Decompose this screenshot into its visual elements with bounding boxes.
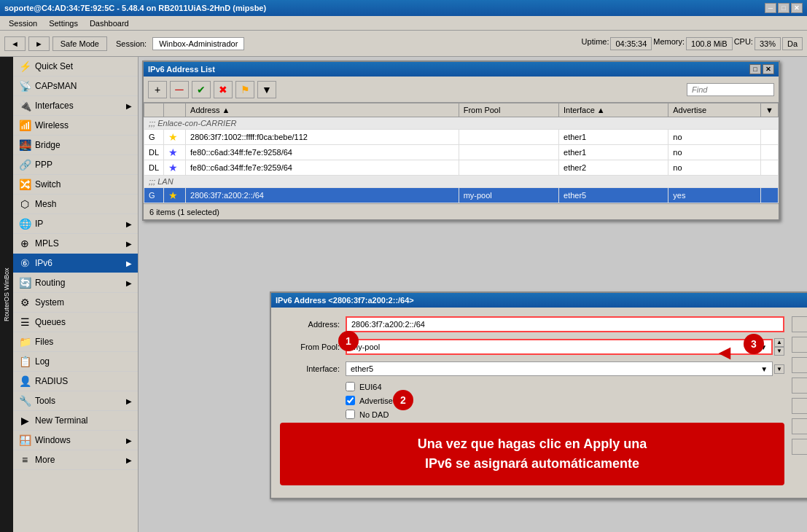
forward-button[interactable]: ► <box>28 36 50 51</box>
banner-line1: Una vez que hagas clic en Apply una <box>295 434 770 454</box>
disable-button[interactable]: Disable <box>792 378 807 394</box>
eui64-checkbox[interactable] <box>346 382 355 391</box>
sidebar: RouterOS WinBox ⚡ Quick Set 📡 CAPsMAN 🔌 … <box>0 57 139 532</box>
title-controls: ─ □ ✕ <box>765 3 803 13</box>
col-advertise[interactable]: Advertise <box>668 103 761 117</box>
advertise-checkbox[interactable] <box>346 396 355 405</box>
advertise-label: Advertise <box>359 396 393 405</box>
group-label-lan: ;;; LAN <box>144 176 779 188</box>
comment-button[interactable]: Comment <box>792 398 807 414</box>
sidebar-item-system[interactable]: ⚙ System <box>13 293 138 313</box>
sidebar-item-routing[interactable]: 🔄 Routing ▶ <box>13 273 138 293</box>
menu-session[interactable]: Session <box>3 17 43 29</box>
ipv6-list-maximize[interactable]: □ <box>749 64 761 74</box>
filter-button[interactable]: ▼ <box>257 81 276 98</box>
ok-button[interactable]: OK <box>792 316 807 332</box>
sidebar-item-windows[interactable]: 🪟 Windows ▶ <box>13 431 138 450</box>
sidebar-item-tools[interactable]: 🔧 Tools ▶ <box>13 391 138 411</box>
cancel-button[interactable]: Cancel <box>792 337 807 353</box>
from-pool-stepper: ▲ ▼ <box>774 338 784 356</box>
sidebar-item-mesh[interactable]: ⬡ Mesh <box>13 195 138 214</box>
remove-button[interactable]: ─ <box>170 81 189 98</box>
sidebar-item-capsman[interactable]: 📡 CAPsMAN <box>13 77 138 96</box>
table-row[interactable]: G ★ 2806:3f7:1002::ffff:f0ca:bebe/112 et… <box>144 130 779 145</box>
menu-settings[interactable]: Settings <box>43 17 84 29</box>
quick-set-icon: ⚡ <box>19 60 31 72</box>
from-pool-down[interactable]: ▼ <box>774 347 784 356</box>
sidebar-item-label: New Terminal <box>35 415 87 426</box>
ipv6-dialog: IPv6 Address <2806:3f7:a200:2::/64> □ ✕ … <box>270 292 807 499</box>
maximize-button[interactable]: □ <box>778 3 790 13</box>
group-header-lan: ;;; LAN <box>144 176 779 188</box>
sidebar-item-more[interactable]: ≡ More ▶ <box>13 450 138 470</box>
sidebar-item-switch[interactable]: 🔀 Switch <box>13 175 138 195</box>
interface-dropdown[interactable]: ▼ <box>760 365 768 373</box>
sidebar-item-log[interactable]: 📋 Log <box>13 352 138 372</box>
address-table: Address ▲ From Pool Interface ▲ Advertis… <box>144 103 779 203</box>
sidebar-item-wireless[interactable]: 📶 Wireless <box>13 116 138 136</box>
cpu-label: CPU: <box>734 37 753 50</box>
row-advertise: no <box>668 130 761 145</box>
advertise-row: Advertise 2 <box>346 396 784 405</box>
table-row[interactable]: DL ★ fe80::c6ad:34ff:fe7e:9258/64 ether1… <box>144 145 779 160</box>
add-button[interactable]: + <box>148 81 167 98</box>
da-value: Da <box>782 37 803 50</box>
sidebar-item-label: Mesh <box>35 199 56 209</box>
ipv6-dialog-title-text: IPv6 Address <2806:3f7:a200:2::/64> <box>276 296 414 305</box>
wireless-icon: 📶 <box>19 120 31 131</box>
comment-button[interactable]: ⚑ <box>235 81 254 98</box>
sidebar-item-ipv6[interactable]: ⑥ IPv6 ▶ <box>13 254 138 273</box>
sidebar-item-new-terminal[interactable]: ▶ New Terminal <box>13 411 138 431</box>
table-row-selected[interactable]: G ★ 2806:3f7:a200:2::/64 my-pool ether5 … <box>144 188 779 203</box>
from-pool-up[interactable]: ▲ <box>774 338 784 347</box>
col-interface[interactable]: Interface ▲ <box>559 103 668 117</box>
minimize-button[interactable]: ─ <box>765 3 776 13</box>
close-button[interactable]: ✕ <box>791 3 803 13</box>
sidebar-item-label: Quick Set <box>35 61 73 71</box>
col-address[interactable]: Address ▲ <box>186 103 459 117</box>
disable-button[interactable]: ✖ <box>214 81 233 98</box>
sidebar-item-interfaces[interactable]: 🔌 Interfaces ▶ <box>13 96 138 116</box>
apply-button[interactable]: Apply <box>792 357 807 373</box>
sidebar-item-radius[interactable]: 👤 RADIUS <box>13 372 138 391</box>
col-from-pool[interactable]: From Pool <box>459 103 558 117</box>
sidebar-item-files[interactable]: 📁 Files <box>13 332 138 352</box>
row-interface: ether2 <box>559 160 668 176</box>
row-extra <box>761 188 779 203</box>
ipv6-list-close[interactable]: ✕ <box>763 64 774 74</box>
back-button[interactable]: ◄ <box>4 36 26 51</box>
menu-dashboard[interactable]: Dashboard <box>84 17 135 29</box>
interface-select[interactable]: ether5 ▼ <box>346 361 773 376</box>
find-input[interactable] <box>687 83 774 96</box>
sidebar-item-mpls[interactable]: ⊕ MPLS ▶ <box>13 234 138 254</box>
row-address: 2806:3f7:1002::ffff:f0ca:bebe/112 <box>186 130 459 145</box>
interface-label: Interface: <box>280 364 346 373</box>
title-text: soporte@C4:AD:34:7E:92:5C - 5.48.4 on RB… <box>4 4 765 12</box>
sidebar-item-queues[interactable]: ☰ Queues <box>13 313 138 332</box>
ipv6-icon: ⑥ <box>19 257 31 269</box>
copy-button[interactable]: Copy <box>792 418 807 434</box>
address-input[interactable] <box>346 316 784 332</box>
dialog-content: Address: From Pool: my-pool ▼ ▲ ▼ <box>271 308 807 498</box>
from-pool-select[interactable]: my-pool ▼ <box>346 339 773 355</box>
enable-button[interactable]: ✔ <box>192 81 211 98</box>
col-dropdown[interactable]: ▼ <box>761 103 779 117</box>
sidebar-item-label: Files <box>35 337 53 347</box>
mpls-icon: ⊕ <box>19 238 31 249</box>
safe-mode-button[interactable]: Safe Mode <box>52 36 107 51</box>
info-banner: Una vez que hagas clic en Apply una IPv6… <box>280 423 784 485</box>
table-row[interactable]: DL ★ fe80::c6ad:34ff:fe7e:9259/64 ether2… <box>144 160 779 176</box>
no-dad-row: No DAD <box>346 410 784 419</box>
sidebar-item-ip[interactable]: 🌐 IP ▶ <box>13 214 138 234</box>
radius-icon: 👤 <box>19 375 31 387</box>
interface-down-arrow[interactable]: ▼ <box>774 364 784 374</box>
annotation-3: 3 <box>744 334 764 354</box>
sidebar-item-quick-set[interactable]: ⚡ Quick Set <box>13 57 138 77</box>
row-from-pool: my-pool <box>459 188 558 203</box>
row-icon: ★ <box>164 130 186 145</box>
remove-button[interactable]: Remove <box>792 439 807 455</box>
sidebar-item-ppp[interactable]: 🔗 PPP <box>13 155 138 175</box>
from-pool-field-row: From Pool: my-pool ▼ ▲ ▼ 1 <box>280 338 784 356</box>
no-dad-checkbox[interactable] <box>346 410 355 419</box>
sidebar-item-bridge[interactable]: 🌉 Bridge <box>13 136 138 155</box>
